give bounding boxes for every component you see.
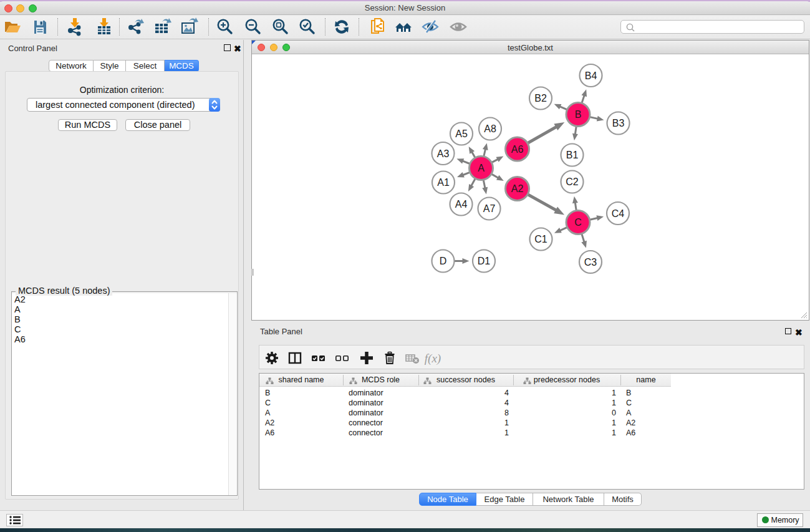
svg-text:A1: A1 [437, 177, 450, 188]
svg-text:A8: A8 [484, 123, 496, 134]
svg-text:A6: A6 [511, 144, 524, 155]
svg-text:C2: C2 [566, 177, 579, 187]
svg-text:C4: C4 [612, 208, 625, 219]
svg-text:C: C [574, 217, 582, 228]
svg-text:A7: A7 [483, 203, 496, 214]
svg-text:B2: B2 [534, 93, 547, 104]
svg-text:D: D [440, 256, 447, 266]
svg-text:D1: D1 [478, 256, 491, 266]
svg-text:A2: A2 [511, 183, 524, 194]
svg-text:A: A [478, 163, 485, 173]
svg-text:B4: B4 [585, 70, 597, 81]
svg-text:B1: B1 [566, 150, 579, 160]
svg-text:A3: A3 [437, 148, 450, 159]
svg-text:A4: A4 [455, 199, 468, 210]
svg-text:f(x): f(x) [425, 352, 441, 365]
svg-text:B3: B3 [612, 118, 625, 128]
svg-text:C3: C3 [584, 257, 597, 268]
svg-text:C1: C1 [534, 234, 547, 244]
svg-text:A5: A5 [455, 128, 468, 139]
svg-text:B: B [575, 109, 582, 120]
